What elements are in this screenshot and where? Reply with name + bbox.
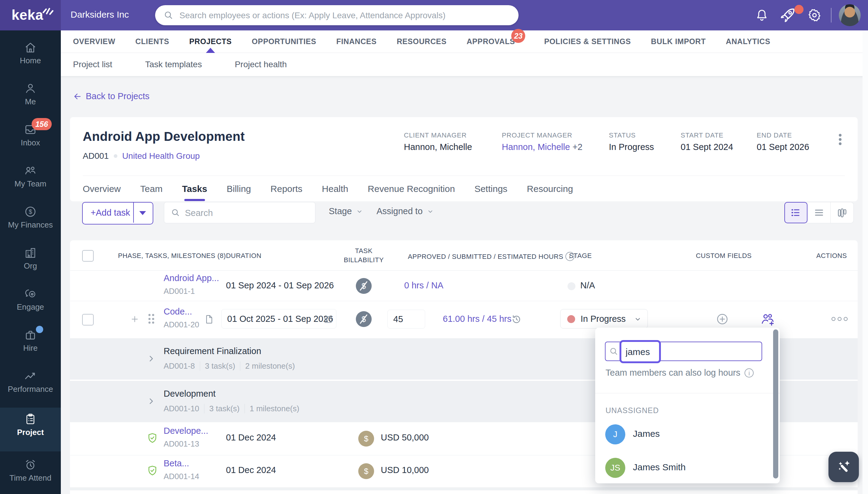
tab-revenue-recognition[interactable]: Revenue Recognition	[368, 176, 455, 202]
drag-handle[interactable]	[149, 314, 155, 324]
project-manager-value[interactable]: Hannon, Michelle +2	[502, 142, 582, 152]
view-flat-list-button[interactable]	[808, 202, 831, 223]
note-info-icon[interactable]: i	[745, 368, 754, 378]
sidebar-item-home[interactable]: Home	[0, 36, 61, 77]
add-task-dropdown-caret[interactable]	[139, 211, 146, 215]
view-board-button[interactable]	[831, 202, 854, 223]
nav-opportunities[interactable]: OPPORTUNITIES	[252, 31, 316, 53]
assignee-search-input-highlight[interactable]	[619, 340, 661, 363]
history-icon[interactable]	[510, 313, 522, 325]
nav-bulk-import[interactable]: BULK IMPORT	[651, 31, 706, 53]
tab-tasks[interactable]: Tasks	[182, 176, 207, 202]
task-search-input[interactable]	[184, 202, 310, 224]
tab-overview[interactable]: Overview	[83, 176, 121, 202]
stage-filter[interactable]: Stage	[329, 206, 363, 216]
keka-logo[interactable]: keka	[0, 0, 61, 31]
nav-policies-settings[interactable]: POLICIES & SETTINGS	[544, 31, 631, 53]
project-more-menu[interactable]	[839, 132, 842, 147]
team-icon	[23, 163, 38, 178]
expand-chevron-icon[interactable]	[146, 396, 156, 406]
notifications-bell-icon[interactable]	[754, 7, 769, 23]
sidebar-item-hire[interactable]: Hire	[0, 323, 61, 364]
nav-projects[interactable]: PROJECTS	[189, 31, 232, 53]
sidebar-item-performance[interactable]: Performance	[0, 364, 61, 405]
tab-settings[interactable]: Settings	[475, 176, 507, 202]
project-manager-label: PROJECT MANAGER	[502, 131, 572, 139]
sidebar-item-engage[interactable]: Engage	[0, 282, 61, 323]
client-manager-value[interactable]: Hannon, Michelle	[404, 142, 472, 152]
tab-health[interactable]: Health	[322, 176, 348, 202]
row-actions-menu[interactable]	[831, 317, 848, 321]
assigned-to-filter[interactable]: Assigned to	[377, 206, 434, 216]
assignee-search[interactable]	[605, 342, 762, 361]
status-label: STATUS	[609, 131, 636, 139]
add-subtask-icon[interactable]	[130, 315, 139, 324]
sidebar-item-my-finances[interactable]: $ My Finances	[0, 200, 61, 241]
whats-new-rocket-button[interactable]	[778, 5, 802, 26]
nav-overview[interactable]: OVERVIEW	[73, 31, 115, 53]
global-search[interactable]	[155, 5, 519, 25]
popup-scrollbar[interactable]	[773, 329, 778, 478]
nav-clients[interactable]: CLIENTS	[135, 31, 169, 53]
nav-approvals[interactable]: APPROVALS23	[466, 31, 515, 53]
tab-team[interactable]: Team	[140, 176, 162, 202]
assignee-search-input[interactable]	[625, 343, 659, 361]
tab-billing[interactable]: Billing	[227, 176, 251, 202]
client-manager-label: CLIENT MANAGER	[404, 131, 466, 139]
assign-people-icon[interactable]	[760, 311, 775, 327]
add-custom-field-icon[interactable]	[715, 312, 729, 326]
tab-resourcing[interactable]: Resourcing	[527, 176, 573, 202]
sidebar-item-me[interactable]: Me	[0, 77, 61, 118]
duration-date-field[interactable]: 01 Oct 2025 - 01 Sep 2026	[221, 309, 336, 328]
task-title-link[interactable]: Android App...	[163, 273, 219, 283]
row-checkbox[interactable]	[82, 314, 94, 325]
global-search-input[interactable]	[179, 5, 508, 26]
separator-dot	[114, 154, 117, 158]
sidebar-item-my-team[interactable]: My Team	[0, 159, 61, 200]
nav-analytics[interactable]: ANALYTICS	[726, 31, 770, 53]
sidebar-item-time-attend[interactable]: Time Attend	[0, 453, 61, 494]
milestone-amount: USD 50,000	[381, 433, 429, 442]
nav-resources[interactable]: RESOURCES	[397, 31, 446, 53]
stage-dropdown[interactable]: In Progress	[560, 309, 648, 328]
nav-finances[interactable]: FINANCES	[336, 31, 377, 53]
popup-divider	[595, 393, 780, 393]
subnav-project-health[interactable]: Project health	[235, 60, 287, 69]
phase-milestone-count: 2 milestone(s)	[240, 361, 300, 371]
task-search[interactable]	[164, 202, 315, 223]
user-avatar[interactable]	[839, 4, 861, 26]
member-option-james[interactable]: J James	[595, 424, 772, 454]
sidebar-item-inbox[interactable]: Inbox 156	[0, 118, 61, 159]
estimated-hours-input[interactable]: 45	[387, 310, 425, 328]
member-option-james-smith[interactable]: JS James Smith	[595, 458, 772, 487]
page-scrollbar-track[interactable]	[863, 31, 868, 494]
milestone-code: AD001-14	[163, 472, 199, 481]
magic-assistant-button[interactable]	[828, 452, 859, 482]
task-hours-link[interactable]: 0 hrs / NA	[404, 281, 443, 290]
milestone-title-link[interactable]: Develope...	[163, 426, 208, 436]
settings-gear-icon[interactable]	[807, 7, 823, 23]
col-stage: STAGE	[569, 252, 592, 260]
task-hours-link[interactable]: 61.00 hrs / 45 hrs	[443, 314, 512, 324]
back-to-projects-link[interactable]: Back to Projects	[73, 91, 150, 101]
milestone-title-link[interactable]: Beta...	[163, 458, 189, 469]
expand-chevron-icon[interactable]	[146, 354, 156, 364]
select-all-checkbox[interactable]	[82, 250, 94, 262]
search-icon	[171, 208, 180, 217]
project-client-link[interactable]: United Health Group	[122, 151, 200, 161]
task-document-icon[interactable]	[203, 313, 215, 325]
sidebar-item-project[interactable]: Project	[0, 407, 61, 451]
phase-title[interactable]: Development	[163, 389, 216, 399]
task-title-link[interactable]: Code...	[163, 307, 192, 317]
add-task-button[interactable]: +Add task	[82, 202, 153, 225]
tab-reports[interactable]: Reports	[270, 176, 302, 202]
calendar-icon	[323, 314, 333, 324]
sidebar-item-org[interactable]: Org	[0, 241, 61, 282]
project-manager-extra[interactable]: +2	[572, 142, 582, 152]
phase-title[interactable]: Requirement Finalization	[163, 346, 261, 356]
end-date-label: END DATE	[757, 131, 792, 139]
subnav-task-templates[interactable]: Task templates	[145, 60, 202, 69]
view-grouped-list-button[interactable]	[784, 202, 808, 223]
subnav-project-list[interactable]: Project list	[73, 60, 112, 69]
task-row-android-app[interactable]: Android App... AD001-1 01 Sep 2024 - 01 …	[70, 271, 858, 301]
